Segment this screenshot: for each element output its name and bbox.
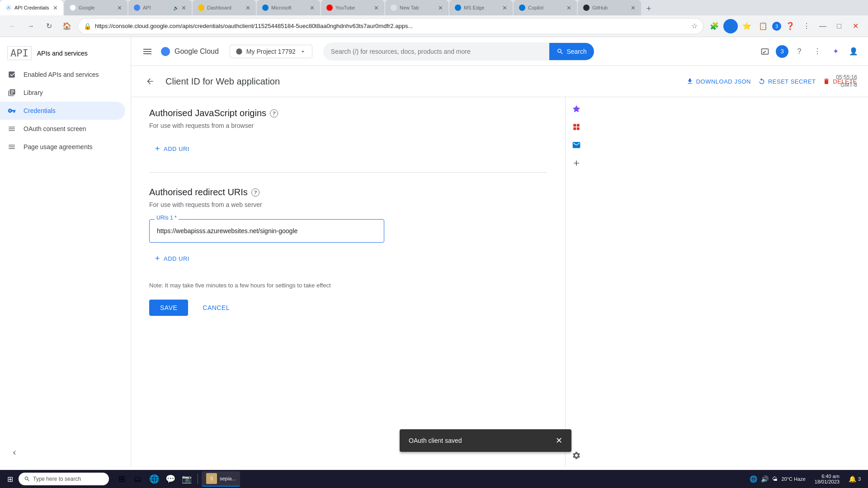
copilot-sidebar-button[interactable] [568,101,585,117]
sidebar-item-oauth[interactable]: OAuth consent screen [0,120,125,138]
user-profile-button[interactable]: 👤 [846,44,861,59]
browser-tab-3[interactable]: API 🔊 ✕ [128,0,192,15]
sidebar-item-label-enabled: Enabled APIs and services [24,71,99,78]
extensions-button[interactable]: 🧩 [707,19,722,33]
tab-close-6[interactable]: ✕ [374,5,379,11]
search-button[interactable]: Search [549,42,594,61]
browser-tab-9[interactable]: Copilot ✕ [514,0,577,15]
maximize-button[interactable]: □ [832,19,846,33]
page-title: Client ID for Web application [165,76,280,87]
search-bar[interactable]: Search [323,42,594,61]
nav-right-actions: 3 ? ⋮ ✦ 👤 [758,44,861,59]
forward-nav-button[interactable]: → [24,19,38,33]
office-sidebar-button[interactable] [568,119,585,135]
js-origins-section: Authorised JavaScript origins ? For use … [149,108,547,158]
tab-close-5[interactable]: ✕ [310,5,315,11]
tab-title-6: YouTube [335,5,371,10]
add-sidebar-button[interactable] [568,155,585,171]
tab-favicon-10 [583,5,590,11]
notification-badge[interactable]: 3 [776,45,788,58]
js-origins-subtitle: For use with requests from a browser [149,122,547,129]
collapse-sidebar-button[interactable] [7,446,22,460]
project-name: My Project 17792 [246,48,296,55]
more-options-button[interactable]: ⋮ [810,44,825,59]
snackbar: OAuth client saved ✕ [400,429,571,452]
js-origins-add-uri-button[interactable]: + ADD URI [149,140,195,158]
content-area: Google Cloud My Project 17792 Search [131,37,868,467]
tab-close-2[interactable]: ✕ [117,5,122,11]
snackbar-message: OAuth client saved [409,437,462,444]
snackbar-close-button[interactable]: ✕ [556,436,562,446]
hamburger-button[interactable] [138,42,156,61]
redirect-uris-add-uri-button[interactable]: + ADD URI [149,250,195,267]
api-logo: API [7,46,32,60]
save-button[interactable]: SAVE [149,300,188,316]
browser-tab-2[interactable]: Google ✕ [64,0,127,15]
sidebar-item-enabled-apis[interactable]: Enabled APIs and services [0,66,125,84]
browser-tab-5[interactable]: Microsoft ✕ [257,0,320,15]
redirect-uris-title-text: Authorised redirect URIs [149,187,248,197]
download-json-button[interactable]: DOWNLOAD JSON [686,78,751,85]
js-origins-title-text: Authorised JavaScript origins [149,108,266,118]
redirect-uris-section: Authorised redirect URIs ? For use with … [149,187,547,267]
tab-title-9: Copilot [528,5,564,10]
tab-close-icon[interactable]: ✕ [53,5,58,11]
tab-close-3[interactable]: ✕ [181,5,186,11]
browser-tab-4[interactable]: Dashboard ✕ [193,0,256,15]
tab-close-7[interactable]: ✕ [438,5,443,11]
cancel-button[interactable]: CANCEL [195,300,237,316]
reload-button[interactable]: ↻ [42,19,56,33]
js-origins-help-icon[interactable]: ? [270,109,278,117]
tab-close-4[interactable]: ✕ [245,5,250,11]
uri-input[interactable] [149,219,384,243]
notification-badge[interactable]: 3 [772,22,781,31]
minimize-button[interactable]: — [816,19,830,33]
copilot-button[interactable]: ✦ [828,44,843,59]
tab-favicon-8 [455,5,461,11]
back-button[interactable] [142,73,158,89]
browser-tab-8[interactable]: MS Edge ✕ [449,0,513,15]
cloud-shell-button[interactable] [758,44,772,59]
enabled-apis-icon [7,70,16,79]
address-bar[interactable]: 🔒 https://console.cloud.google.com/apis/… [78,18,703,34]
note-text: Note: It may take five minutes to a few … [149,282,547,289]
search-bar-container: Search [323,42,594,61]
browser-chrome: A API Credentials ✕ Google ✕ API 🔊 ✕ Das… [0,0,868,37]
browser-tab-7[interactable]: New Tab ✕ [385,0,448,15]
star-icon[interactable]: ☆ [691,22,698,30]
back-nav-button[interactable]: ← [5,19,20,33]
project-selector[interactable]: My Project 17792 [230,45,312,58]
sidebar-item-library[interactable]: Library [0,84,125,102]
search-input[interactable] [324,48,550,55]
sidebar-item-label-oauth: OAuth consent screen [24,125,86,132]
profile-button[interactable]: 👤 [723,19,738,33]
favorites-button[interactable]: ⭐ [740,19,754,33]
home-button[interactable]: 🏠 [60,19,74,33]
tab-close-10[interactable]: ✕ [631,5,636,11]
new-tab-button[interactable]: + [642,2,656,15]
sidebar-item-credentials[interactable]: Credentials [0,102,125,120]
reset-secret-button[interactable]: RESET SECRET [758,78,816,85]
settings-button[interactable]: ⋮ [799,19,814,33]
search-label: Search [566,48,586,55]
browser-tab-10[interactable]: GitHub ✕ [578,0,641,15]
close-button[interactable]: ✕ [848,19,863,33]
tab-favicon-3 [134,5,140,11]
docs-button[interactable]: ? [792,44,807,59]
scrollable-content: Authorised JavaScript origins ? For use … [131,97,868,467]
tab-title-10: GitHub [592,5,628,10]
outlook-sidebar-button[interactable] [568,137,585,153]
uri-input-label: URIs 1 * [155,215,179,221]
browser-tab-active[interactable]: A API Credentials ✕ [0,0,63,15]
tab-close-9[interactable]: ✕ [566,5,571,11]
address-url: https://console.cloud.google.com/apis/cr… [95,23,688,29]
sidebar-item-page-usage[interactable]: Page usage agreements [0,138,125,156]
tab-close-8[interactable]: ✕ [502,5,507,11]
redirect-uris-help-icon[interactable]: ? [251,188,259,197]
browser-tab-6[interactable]: YouTube ✕ [321,0,384,15]
collections-button[interactable]: 📋 [756,19,770,33]
sidebar-item-label-page-usage: Page usage agreements [24,143,93,150]
tab-title-3: API [143,5,170,10]
browser-actions: 🧩 👤 ⭐ 📋 3 ❓ ⋮ — □ ✕ [707,19,863,33]
help-button[interactable]: ❓ [783,19,797,33]
